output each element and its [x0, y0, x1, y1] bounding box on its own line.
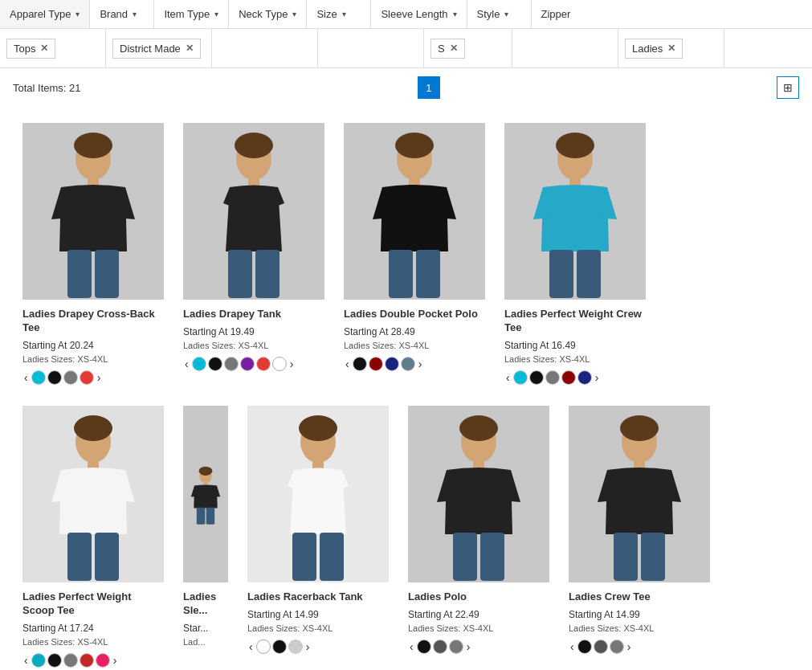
swatch-prev[interactable]: ‹ [504, 371, 512, 384]
apparel-type-dropdown[interactable]: Apparel Type ▾ [0, 0, 90, 28]
swatch-prev[interactable]: ‹ [183, 357, 190, 370]
color-swatch[interactable] [577, 639, 592, 654]
style-tag: Ladies ✕ [625, 39, 683, 59]
color-swatches: ‹› [504, 370, 600, 385]
swatch-next[interactable]: › [465, 640, 472, 653]
color-swatch[interactable] [401, 357, 415, 371]
neck-type-dropdown[interactable]: Neck Type ▾ [229, 0, 307, 28]
swatch-prev[interactable]: ‹ [22, 371, 30, 384]
size-label: Size [316, 8, 337, 20]
color-swatch[interactable] [529, 370, 544, 385]
color-swatches: ‹› [569, 639, 632, 654]
svg-point-24 [74, 415, 112, 441]
sleeve-length-chevron: ▾ [453, 10, 457, 18]
swatch-prev[interactable]: ‹ [247, 640, 255, 653]
product-card[interactable]: Ladies Double Pocket PoloStarting At 28.… [334, 115, 495, 398]
size-tag: S ✕ [430, 39, 465, 59]
color-swatch[interactable] [385, 357, 399, 371]
color-swatch[interactable] [96, 653, 110, 668]
product-image [22, 406, 164, 582]
color-swatch[interactable] [47, 370, 62, 385]
product-price: Starting At 19.49 [183, 326, 255, 337]
svg-point-19 [556, 133, 594, 158]
total-items: Total Items: 21 [13, 82, 81, 94]
color-swatch[interactable] [63, 653, 78, 668]
product-card[interactable]: Ladies Drapey TankStarting At 19.49Ladie… [173, 115, 334, 398]
swatch-prev[interactable]: ‹ [22, 654, 30, 667]
pagination: 1 [418, 76, 440, 99]
swatch-next[interactable]: › [288, 357, 296, 370]
item-type-chevron: ▾ [214, 10, 218, 18]
color-swatch[interactable] [449, 639, 463, 654]
color-swatch[interactable] [610, 639, 624, 654]
active-filters-row: Tops ✕ District Made ✕ S ✕ Ladies [0, 29, 812, 68]
svg-rect-13 [416, 250, 440, 298]
product-card[interactable]: Ladies Perfect Weight Scoop TeeStarting … [13, 398, 173, 670]
color-swatch[interactable] [369, 357, 383, 371]
color-swatch[interactable] [31, 370, 46, 385]
color-swatch[interactable] [80, 370, 94, 385]
svg-rect-32 [292, 533, 316, 581]
swatch-next[interactable]: › [96, 371, 103, 384]
brand-dropdown[interactable]: Brand ▾ [90, 0, 154, 28]
color-swatch[interactable] [513, 370, 528, 385]
size-dropdown[interactable]: Size ▾ [307, 0, 371, 28]
color-swatch[interactable] [256, 639, 271, 654]
color-swatch[interactable] [545, 370, 560, 385]
color-swatch[interactable] [224, 357, 239, 371]
page-1-button[interactable]: 1 [418, 76, 440, 99]
swatch-next[interactable]: › [417, 357, 424, 370]
color-swatch[interactable] [240, 357, 255, 371]
apparel-type-remove[interactable]: ✕ [40, 43, 48, 54]
color-swatch[interactable] [353, 357, 367, 371]
color-swatch[interactable] [288, 639, 303, 654]
color-swatch[interactable] [577, 370, 592, 385]
svg-point-34 [299, 415, 337, 441]
color-swatch[interactable] [272, 357, 287, 371]
product-price: Starting At 22.49 [408, 609, 479, 620]
product-card[interactable]: Ladies Sle...Star...Lad... [173, 398, 238, 670]
color-swatch[interactable] [561, 370, 576, 385]
product-image [408, 406, 549, 582]
product-card[interactable]: Ladies Crew TeeStarting At 14.99Ladies S… [559, 398, 720, 670]
svg-point-14 [395, 133, 434, 158]
color-swatch[interactable] [256, 357, 271, 371]
product-name: Ladies Polo [408, 590, 467, 604]
product-price: Starting At 17.24 [22, 623, 94, 634]
product-sizes: Ladies Sizes: XS-4XL [22, 637, 108, 647]
item-type-dropdown[interactable]: Item Type ▾ [154, 0, 229, 28]
brand-remove[interactable]: ✕ [186, 43, 194, 54]
grid-icon: ⊞ [783, 81, 793, 94]
color-swatch[interactable] [417, 639, 431, 654]
sleeve-length-dropdown[interactable]: Sleeve Length ▾ [371, 0, 467, 28]
color-swatch[interactable] [594, 639, 608, 654]
color-swatch[interactable] [47, 653, 62, 668]
svg-rect-28 [206, 508, 215, 525]
apparel-type-value: Tops [14, 43, 35, 55]
swatch-prev[interactable]: ‹ [408, 640, 415, 653]
color-swatch[interactable] [63, 370, 78, 385]
product-card[interactable]: Ladies Drapey Cross-Back TeeStarting At … [13, 115, 173, 398]
svg-point-44 [620, 415, 659, 441]
view-toggle[interactable]: ⊞ [777, 76, 799, 99]
neck-type-label: Neck Type [239, 8, 288, 20]
swatch-prev[interactable]: ‹ [569, 640, 576, 653]
size-remove[interactable]: ✕ [450, 43, 458, 54]
swatch-prev[interactable]: ‹ [344, 357, 351, 370]
color-swatch[interactable] [272, 639, 287, 654]
style-dropdown[interactable]: Style ▾ [467, 0, 532, 28]
color-swatch[interactable] [433, 639, 447, 654]
style-remove[interactable]: ✕ [667, 43, 675, 54]
swatch-next[interactable]: › [594, 371, 601, 384]
swatch-next[interactable]: › [112, 654, 119, 667]
color-swatch[interactable] [31, 653, 46, 668]
color-swatch[interactable] [80, 653, 94, 668]
swatch-next[interactable]: › [626, 640, 633, 653]
product-card[interactable]: Ladies PoloStarting At 22.49Ladies Sizes… [398, 398, 559, 670]
product-card[interactable]: Ladies Racerback TankStarting At 14.99La… [238, 398, 398, 670]
zipper-dropdown[interactable]: Zipper [532, 0, 596, 28]
swatch-next[interactable]: › [304, 640, 312, 653]
color-swatch[interactable] [208, 357, 222, 371]
color-swatch[interactable] [192, 357, 206, 371]
product-card[interactable]: Ladies Perfect Weight Crew TeeStarting A… [495, 115, 655, 398]
